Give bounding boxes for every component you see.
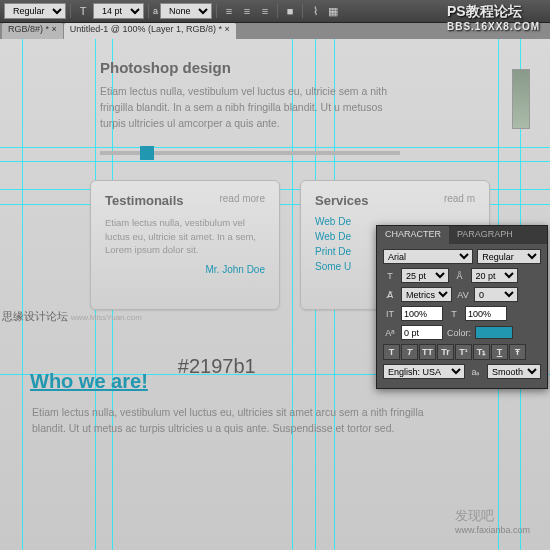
hscale-icon: T <box>447 309 461 319</box>
slider-handle[interactable] <box>140 146 154 160</box>
italic-button[interactable]: T <box>401 344 418 360</box>
underline-button[interactable]: T <box>491 344 508 360</box>
watermark-left: 思缘设计论坛 www.MissYuan.com <box>2 309 142 324</box>
card-title: Services <box>315 193 369 208</box>
strike-button[interactable]: Ŧ <box>509 344 526 360</box>
tab-doc1[interactable]: RGB/8#) * × <box>2 23 63 39</box>
who-heading: Who we are! <box>30 370 148 393</box>
hex-annotation: #2197b1 <box>178 355 256 378</box>
divider <box>70 4 71 18</box>
kerning-icon: A̸ <box>383 290 397 300</box>
superscript-button[interactable]: T¹ <box>455 344 472 360</box>
language-select[interactable]: English: USA <box>383 364 465 379</box>
align-center-icon[interactable]: ≡ <box>239 3 255 19</box>
read-more-link[interactable]: read more <box>219 193 265 208</box>
divider <box>277 4 278 18</box>
color-label: Color: <box>447 328 471 338</box>
character-panel[interactable]: CHARACTER PARAGRAPH Arial Regular T 25 p… <box>376 225 548 389</box>
font-family-select[interactable]: Arial <box>383 249 473 264</box>
tracking-input[interactable]: 0 <box>474 287 518 302</box>
kerning-select[interactable]: Metrics <box>401 287 452 302</box>
warp-text-icon[interactable]: ⌇ <box>307 3 323 19</box>
vscale-icon: IT <box>383 309 397 319</box>
tracking-icon: AV <box>456 290 470 300</box>
type-size-icon: T <box>75 3 91 19</box>
align-right-icon[interactable]: ≡ <box>257 3 273 19</box>
bold-button[interactable]: T <box>383 344 400 360</box>
subscript-button[interactable]: T₁ <box>473 344 490 360</box>
divider <box>216 4 217 18</box>
color-swatch[interactable] <box>475 326 513 339</box>
card-title: Testimonails <box>105 193 184 208</box>
testimonial-author: Mr. John Doe <box>105 264 265 275</box>
hscale-input[interactable] <box>465 306 507 321</box>
tab-paragraph[interactable]: PARAGRAPH <box>449 226 521 244</box>
text-color-icon[interactable]: ■ <box>282 3 298 19</box>
card-testimonials: Testimonails read more Etiam lectus null… <box>90 180 280 310</box>
size-icon: T <box>383 271 397 281</box>
slider-track[interactable] <box>100 151 400 155</box>
smallcaps-button[interactable]: Tr <box>437 344 454 360</box>
panels-icon[interactable]: ▦ <box>325 3 341 19</box>
size-input[interactable]: 25 pt <box>401 268 449 283</box>
align-left-icon[interactable]: ≡ <box>221 3 237 19</box>
vscale-input[interactable] <box>401 306 443 321</box>
type-style-buttons: T T TT Tr T¹ T₁ T Ŧ <box>383 344 541 360</box>
baseline-input[interactable] <box>401 325 443 340</box>
antialias-select[interactable]: None <box>160 3 212 19</box>
divider <box>302 4 303 18</box>
panel-tabs: CHARACTER PARAGRAPH <box>377 226 547 244</box>
watermark-bottom-right: 发现吧www.faxianba.com <box>455 507 530 535</box>
tab-character[interactable]: CHARACTER <box>377 226 449 244</box>
hero-title: Photoshop design <box>100 59 520 76</box>
antialias-select[interactable]: Smooth <box>487 364 541 379</box>
aa-icon: aₐ <box>469 367 483 377</box>
font-style-select[interactable]: Regular <box>477 249 541 264</box>
divider <box>148 4 149 18</box>
testimonial-body: Etiam lectus nulla, vestibulum vel luctu… <box>105 216 265 256</box>
font-weight-select[interactable]: Regular <box>4 3 66 19</box>
hero-body: Etiam lectus nulla, vestibulum vel luctu… <box>100 84 400 131</box>
watermark-top-right: PS教程论坛 BBS.16XX8.COM <box>447 3 540 32</box>
who-body: Etiam lectus nulla, vestibulum vel luctu… <box>32 405 452 437</box>
leading-input[interactable]: 20 pt <box>471 268 519 283</box>
allcaps-button[interactable]: TT <box>419 344 436 360</box>
tab-doc2[interactable]: Untitled-1 @ 100% (Layer 1, RGB/8) * × <box>64 23 236 39</box>
read-more-link[interactable]: read m <box>444 193 475 208</box>
font-size-select[interactable]: 14 pt <box>93 3 144 19</box>
leading-icon: Å <box>453 271 467 281</box>
aa-label: a <box>153 6 158 16</box>
baseline-icon: Aª <box>383 328 397 338</box>
